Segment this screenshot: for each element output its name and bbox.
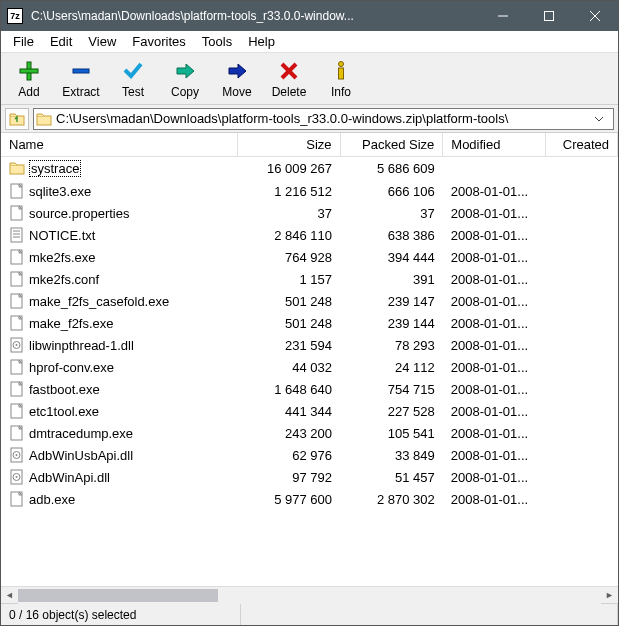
window-title: C:\Users\madan\Downloads\platform-tools_… xyxy=(31,9,480,23)
file-created xyxy=(546,334,618,356)
file-row[interactable]: make_f2fs_casefold.exe501 248239 1472008… xyxy=(1,290,618,312)
scroll-right-button[interactable]: ► xyxy=(601,587,618,604)
up-button[interactable] xyxy=(5,108,29,130)
column-modified[interactable]: Modified xyxy=(443,133,546,157)
minimize-button[interactable] xyxy=(480,1,526,31)
file-modified: 2008-01-01... xyxy=(443,444,546,466)
toolbar-copy-button[interactable]: Copy xyxy=(161,55,209,103)
toolbar-extract-button[interactable]: Extract xyxy=(57,55,105,103)
status-selection: 0 / 16 object(s) selected xyxy=(1,604,241,625)
toolbar-extract-label: Extract xyxy=(62,85,99,99)
file-row[interactable]: systrace16 009 2675 686 609 xyxy=(1,157,618,181)
file-row[interactable]: adb.exe5 977 6002 870 3022008-01-01... xyxy=(1,488,618,510)
file-created xyxy=(546,180,618,202)
toolbar-add-label: Add xyxy=(18,85,39,99)
menu-tools[interactable]: Tools xyxy=(194,32,240,51)
file-size: 1 216 512 xyxy=(237,180,340,202)
file-created xyxy=(546,378,618,400)
file-packed: 239 147 xyxy=(340,290,443,312)
exe-icon xyxy=(9,403,25,419)
exe-icon xyxy=(9,183,25,199)
file-name: libwinpthread-1.dll xyxy=(29,338,134,353)
svg-rect-12 xyxy=(339,68,344,79)
file-packed: 51 457 xyxy=(340,466,443,488)
menu-favorites[interactable]: Favorites xyxy=(124,32,193,51)
toolbar-info-button[interactable]: Info xyxy=(317,55,365,103)
exe-icon xyxy=(9,293,25,309)
file-list[interactable]: Name Size Packed Size Modified Created s… xyxy=(1,133,618,586)
close-button[interactable] xyxy=(572,1,618,31)
column-created[interactable]: Created xyxy=(546,133,618,157)
svg-point-11 xyxy=(339,61,344,66)
file-created xyxy=(546,422,618,444)
file-row[interactable]: NOTICE.txt2 846 110638 3862008-01-01... xyxy=(1,224,618,246)
path-dropdown[interactable] xyxy=(595,115,611,123)
x-icon xyxy=(278,59,300,83)
file-packed: 33 849 xyxy=(340,444,443,466)
column-size[interactable]: Size xyxy=(237,133,340,157)
file-name: AdbWinApi.dll xyxy=(29,470,110,485)
file-size: 243 200 xyxy=(237,422,340,444)
toolbar-add-button[interactable]: Add xyxy=(5,55,53,103)
scroll-track[interactable] xyxy=(18,587,601,604)
file-row[interactable]: mke2fs.conf1 1573912008-01-01... xyxy=(1,268,618,290)
folder-icon xyxy=(9,161,25,177)
file-modified: 2008-01-01... xyxy=(443,422,546,444)
file-created xyxy=(546,466,618,488)
file-size: 44 032 xyxy=(237,356,340,378)
scroll-left-button[interactable]: ◄ xyxy=(1,587,18,604)
svg-point-48 xyxy=(16,476,18,478)
horizontal-scrollbar[interactable]: ◄ ► xyxy=(1,586,618,603)
path-box[interactable]: C:\Users\madan\Downloads\platform-tools_… xyxy=(33,108,614,130)
exe-icon xyxy=(9,425,25,441)
check-icon xyxy=(122,59,144,83)
menu-view[interactable]: View xyxy=(80,32,124,51)
file-row[interactable]: sqlite3.exe1 216 512666 1062008-01-01... xyxy=(1,180,618,202)
file-row[interactable]: source.properties37372008-01-01... xyxy=(1,202,618,224)
toolbar-delete-label: Delete xyxy=(272,85,307,99)
toolbar-test-button[interactable]: Test xyxy=(109,55,157,103)
file-row[interactable]: AdbWinUsbApi.dll62 97633 8492008-01-01..… xyxy=(1,444,618,466)
file-modified: 2008-01-01... xyxy=(443,180,546,202)
file-name: AdbWinUsbApi.dll xyxy=(29,448,133,463)
exe-icon xyxy=(9,381,25,397)
column-name[interactable]: Name xyxy=(1,133,237,157)
file-created xyxy=(546,312,618,334)
menu-help[interactable]: Help xyxy=(240,32,283,51)
menubar: File Edit View Favorites Tools Help xyxy=(1,31,618,53)
file-modified: 2008-01-01... xyxy=(443,466,546,488)
toolbar-delete-button[interactable]: Delete xyxy=(265,55,313,103)
file-row[interactable]: make_f2fs.exe501 248239 1442008-01-01... xyxy=(1,312,618,334)
arrow-right-blue-icon xyxy=(226,59,248,83)
file-created xyxy=(546,290,618,312)
file-modified: 2008-01-01... xyxy=(443,356,546,378)
file-row[interactable]: libwinpthread-1.dll231 59478 2932008-01-… xyxy=(1,334,618,356)
scroll-thumb[interactable] xyxy=(18,589,218,602)
column-packed[interactable]: Packed Size xyxy=(340,133,443,157)
file-modified: 2008-01-01... xyxy=(443,312,546,334)
file-size: 501 248 xyxy=(237,290,340,312)
file-modified: 2008-01-01... xyxy=(443,400,546,422)
file-packed: 24 112 xyxy=(340,356,443,378)
file-row[interactable]: etc1tool.exe441 344227 5282008-01-01... xyxy=(1,400,618,422)
svg-marker-7 xyxy=(177,64,194,78)
menu-file[interactable]: File xyxy=(5,32,42,51)
file-size: 1 157 xyxy=(237,268,340,290)
file-size: 62 976 xyxy=(237,444,340,466)
maximize-button[interactable] xyxy=(526,1,572,31)
toolbar-move-button[interactable]: Move xyxy=(213,55,261,103)
file-row[interactable]: hprof-conv.exe44 03224 1122008-01-01... xyxy=(1,356,618,378)
file-name: sqlite3.exe xyxy=(29,184,91,199)
file-name: source.properties xyxy=(29,206,129,221)
file-created xyxy=(546,356,618,378)
file-name: fastboot.exe xyxy=(29,382,100,397)
file-row[interactable]: dmtracedump.exe243 200105 5412008-01-01.… xyxy=(1,422,618,444)
file-row[interactable]: mke2fs.exe764 928394 4442008-01-01... xyxy=(1,246,618,268)
file-row[interactable]: AdbWinApi.dll97 79251 4572008-01-01... xyxy=(1,466,618,488)
column-header-row: Name Size Packed Size Modified Created xyxy=(1,133,618,157)
file-packed: 5 686 609 xyxy=(340,157,443,181)
toolbar-copy-label: Copy xyxy=(171,85,199,99)
folder-up-icon xyxy=(9,112,25,126)
file-row[interactable]: fastboot.exe1 648 640754 7152008-01-01..… xyxy=(1,378,618,400)
menu-edit[interactable]: Edit xyxy=(42,32,80,51)
